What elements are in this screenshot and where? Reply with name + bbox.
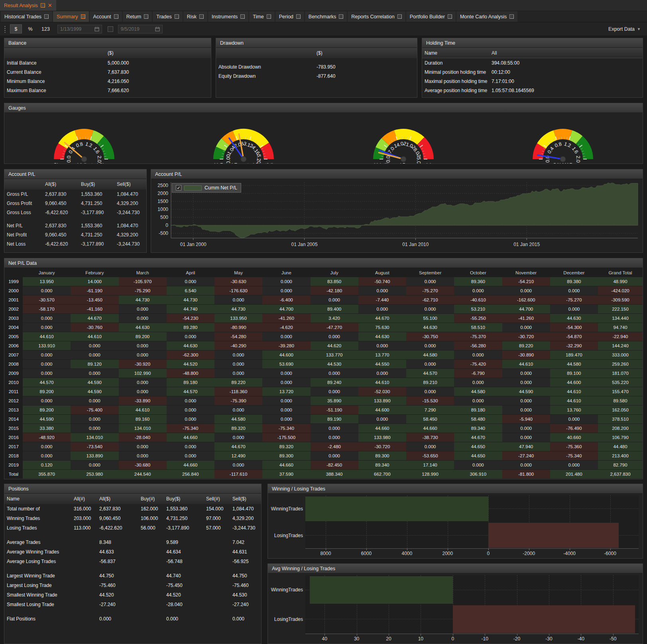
pl-cell: 44.630 [167, 341, 214, 350]
pl-cell: 256.840 [167, 470, 214, 479]
year-label: 2005 [4, 332, 23, 341]
tab-period[interactable]: Period [275, 11, 304, 22]
tab-risk[interactable]: Risk [183, 11, 207, 22]
svg-text:01 Jan 2005: 01 Jan 2005 [291, 242, 318, 247]
popout-icon[interactable] [267, 14, 271, 19]
popout-icon[interactable] [41, 3, 45, 8]
positive-bar [305, 496, 488, 522]
popout-icon[interactable] [509, 14, 514, 19]
pl-cell: 44.600 [262, 351, 310, 359]
cell-value: -75.450 [164, 581, 204, 590]
drawdown-panel: Drawdown ($) Absolute Drawdown-783.950Eq… [216, 38, 417, 98]
popout-icon[interactable] [339, 14, 343, 19]
tab-portfolio-builder[interactable]: Portfolio Builder [406, 11, 456, 22]
cell-value: 2,637.830 [45, 223, 81, 228]
balance-panel: Balance ($) Initial Balance5,000.000Curr… [4, 38, 211, 98]
pl-cell: 0.000 [167, 451, 214, 460]
cell-value: 4,329.200 [117, 201, 144, 206]
popout-icon[interactable] [397, 14, 402, 19]
axis-tick-label: 4000 [402, 551, 413, 556]
pl-cell: 102.990 [119, 369, 167, 378]
date-from-field[interactable]: 1/13/1999 [57, 25, 102, 33]
axis-tick-label: -6000 [604, 551, 616, 556]
popout-icon[interactable] [448, 14, 452, 19]
date-to-checkbox[interactable] [108, 26, 113, 32]
currency-format-button[interactable]: $ [10, 24, 22, 33]
close-icon[interactable]: ✕ [48, 2, 52, 8]
popout-icon[interactable] [144, 14, 148, 19]
popout-icon[interactable] [240, 14, 245, 19]
tab-benchmarks[interactable]: Benchmarks [305, 11, 347, 22]
table-row: Smallest Winning Trade44.52044.52044.530 [4, 590, 262, 600]
grand-total-cell: 48.990 [598, 277, 643, 286]
legend-checkbox[interactable]: ✓ [176, 185, 181, 191]
popout-icon[interactable] [296, 14, 301, 19]
popout-icon[interactable] [199, 14, 204, 19]
gauge-caption: VaR and Expected Shortfall [214, 162, 273, 164]
pl-cell: -52.030 [358, 387, 406, 396]
pl-cell: 44.630 [406, 323, 454, 332]
pl-cell: 0.000 [550, 286, 598, 295]
table-row: 2002-58.170-41.1600.00044.74044.73044.70… [4, 305, 643, 313]
tab-monte-carlo-analysis[interactable]: Monte Carlo Analysis [456, 11, 517, 22]
pl-cell: 89.180 [454, 406, 502, 414]
svg-text:2500: 2500 [157, 183, 168, 188]
tab-label: Portfolio Builder [410, 14, 445, 20]
percent-format-button[interactable]: % [24, 24, 36, 33]
category-labels: WinningTradesLosingTrades [269, 575, 305, 634]
tab-label: Account [93, 14, 111, 20]
pl-cell: 89.120 [71, 360, 118, 368]
cell-value [138, 571, 164, 581]
tab-instruments[interactable]: Instruments [208, 11, 248, 22]
cell-value: 4,731.250 [81, 201, 117, 206]
pl-cell: -50.740 [358, 277, 406, 286]
document-tab-result-analysis[interactable]: Result Analysis ✕ [0, 0, 56, 11]
number-format-button[interactable]: 123 [39, 24, 53, 33]
axis-tick-label: -4000 [563, 551, 576, 556]
column-header: All($) [45, 181, 81, 187]
panel-title: Net P/L Data [4, 258, 643, 268]
table-row: Average Trades8.3489.5897.042 [4, 538, 262, 547]
cell-value: -28.040 [164, 600, 204, 609]
pl-cell: -4.620 [262, 323, 310, 332]
pl-cell: 89.380 [550, 277, 598, 286]
chevron-down-icon: ▼ [637, 27, 641, 31]
table-row: Gross Loss-6,422.620-3,177.890-3,244.730 [4, 208, 146, 217]
table-row: 200544.61044.61089.2000.000-54.2800.0000… [4, 332, 643, 341]
tab-summary[interactable]: Summary [53, 11, 88, 22]
grand-total-cell: 259.260 [598, 360, 643, 368]
pl-cell: 44.630 [358, 332, 406, 341]
tab-trades[interactable]: Trades [153, 11, 182, 22]
tab-historical-trades[interactable]: Historical Trades [1, 11, 52, 22]
table-row: Equity Drawdown-877.640 [216, 71, 417, 81]
popout-icon[interactable] [175, 14, 179, 19]
pl-cell: -48.920 [23, 433, 71, 442]
tab-account[interactable]: Account [90, 11, 122, 22]
pl-cell: -75.340 [167, 424, 214, 433]
pl-cell: -41.160 [71, 305, 118, 313]
tab-label: Historical Trades [4, 14, 41, 20]
pl-cell: 133.770 [311, 351, 358, 359]
pl-cell: 133.890 [71, 451, 118, 460]
year-label: 2009 [4, 369, 23, 378]
tab-label: Benchmarks [309, 14, 336, 20]
tab-reports-correlation[interactable]: Reports Correlation [348, 11, 405, 22]
pl-cell: 0.000 [262, 378, 310, 387]
popout-icon[interactable] [44, 14, 49, 19]
cell-value: 44.740 [164, 571, 204, 581]
date-to-field[interactable]: 9/5/2019 [118, 25, 163, 33]
row-value: 7.17:01:00 [492, 79, 514, 84]
tab-return[interactable]: Return [123, 11, 152, 22]
toolbar-grip-icon[interactable] [4, 26, 6, 33]
tab-time[interactable]: Time [249, 11, 274, 22]
pl-cell: 44.580 [406, 351, 454, 359]
pl-cell: -82.450 [311, 461, 358, 469]
header-row: JanuaryFebruaryMarchAprilMayJuneJulyAugu… [4, 268, 643, 277]
cell-value: -75.460 [97, 581, 138, 590]
pl-cell: 0.000 [358, 305, 406, 313]
export-data-button[interactable]: Export Data ▼ [608, 26, 643, 32]
popout-icon[interactable] [81, 14, 85, 19]
cell-value: 9,060.450 [97, 514, 138, 523]
svg-text:1.6: 1.6 [92, 146, 101, 155]
popout-icon[interactable] [114, 14, 118, 19]
